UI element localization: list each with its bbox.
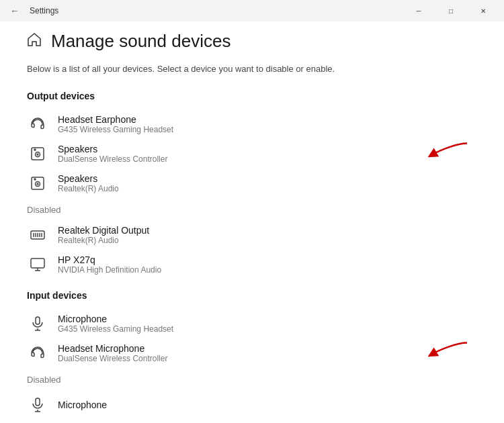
output-enabled-list: Headset Earphone G435 Wireless Gaming He… [27,109,477,198]
monitor-icon [27,254,48,275]
svg-point-7 [37,183,38,185]
device-headset-earphone[interactable]: Headset Earphone G435 Wireless Gaming He… [27,109,477,139]
svg-point-6 [36,181,40,186]
title-bar-left: ← Settings [5,1,58,20]
device-info: Microphone [58,399,107,410]
device-microphone-g435[interactable]: Microphone G435 Wireless Gaming Headset [27,309,477,338]
device-name: Speakers [58,173,119,184]
arrow-annotation [427,140,470,167]
device-info: Speakers Realtek(R) Audio [58,173,119,193]
device-info: Headset Earphone G435 Wireless Gaming He… [58,114,173,134]
page-header: Manage sound devices [27,28,477,52]
device-speakers-realtek[interactable]: Speakers Realtek(R) Audio [27,169,477,198]
headset-icon [27,113,48,135]
device-name: Speakers [58,144,167,154]
device-hp-x27q[interactable]: HP X27q NVIDIA High Definition Audio [27,250,477,279]
output-devices-title: Output devices [27,91,477,101]
device-subtitle: Realtek(R) Audio [58,236,149,245]
app-title: Settings [30,6,58,15]
device-headset-microphone[interactable]: Headset Microphone DualSense Wireless Co… [27,338,477,368]
device-subtitle: DualSense Wireless Controller [58,154,167,164]
back-button[interactable]: ← [5,1,24,20]
device-name: Headset Earphone [58,114,173,125]
input-disabled-label: Disabled [27,375,477,385]
input-devices-title: Input devices [27,290,477,301]
speaker-icon [27,143,48,164]
speaker-icon [27,173,48,194]
digital-output-icon [27,224,48,246]
device-info: Headset Microphone DualSense Wireless Co… [58,343,167,363]
device-realtek-digital[interactable]: Realtek Digital Output Realtek(R) Audio [27,220,477,250]
page-description: Below is a list of all your devices. Sel… [27,62,477,76]
device-subtitle: G435 Wireless Gaming Headset [58,324,173,334]
device-speakers-dualsense[interactable]: Speakers DualSense Wireless Controller [27,139,477,169]
window-controls: ─ □ ✕ [403,0,499,21]
svg-point-2 [37,154,38,155]
output-disabled-list: Realtek Digital Output Realtek(R) Audio … [27,220,477,279]
svg-rect-22 [36,398,40,406]
device-info: HP X27q NVIDIA High Definition Audio [58,254,161,275]
output-devices-section: Output devices Headset Earphone G435 Wir… [27,91,477,279]
device-name: Microphone [58,314,173,324]
device-info: Microphone G435 Wireless Gaming Headset [58,314,173,334]
main-content: Manage sound devices Below is a list of … [0,21,504,423]
microphone-icon [27,313,48,334]
arrow-annotation-input [427,339,470,367]
device-info: Speakers DualSense Wireless Controller [58,144,167,164]
input-devices-section: Input devices Microphone G435 Wireless G… [27,290,477,420]
headset-mic-icon [27,342,48,364]
svg-point-1 [36,152,40,156]
device-subtitle: NVIDIA High Definition Audio [58,265,161,275]
device-name: HP X27q [58,254,161,265]
device-subtitle: G435 Wireless Gaming Headset [58,125,173,134]
device-info: Realtek Digital Output Realtek(R) Audio [58,225,149,245]
maximize-button[interactable]: □ [435,0,466,21]
device-subtitle: DualSense Wireless Controller [58,354,167,363]
home-icon [27,32,42,50]
input-enabled-list: Microphone G435 Wireless Gaming Headset … [27,309,477,368]
close-button[interactable]: ✕ [468,0,499,21]
svg-rect-18 [36,317,40,324]
input-disabled-list: Microphone [27,390,477,420]
minimize-button[interactable]: ─ [403,0,434,21]
device-name: Realtek Digital Output [58,225,149,236]
svg-point-8 [34,179,36,180]
device-name: Microphone [58,399,107,410]
svg-point-3 [34,149,36,150]
device-subtitle: Realtek(R) Audio [58,184,119,193]
microphone-disabled-icon [27,394,48,416]
title-bar: ← Settings ─ □ ✕ [0,0,504,21]
device-name: Headset Microphone [58,343,167,354]
device-microphone-disabled[interactable]: Microphone [27,390,477,420]
svg-rect-15 [31,258,44,268]
page-title: Manage sound devices [51,31,230,52]
output-disabled-label: Disabled [27,205,477,215]
